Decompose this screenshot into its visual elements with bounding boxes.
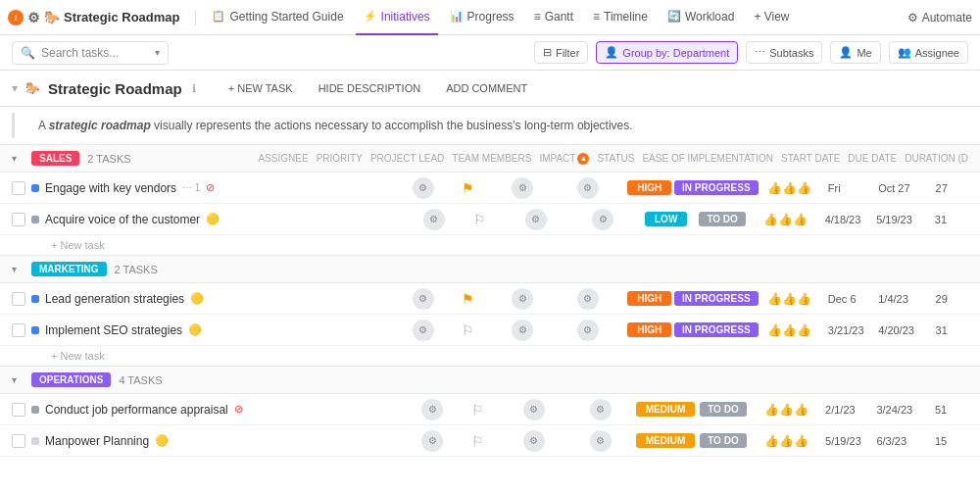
project-lead-avatar[interactable]: ⚙: [512, 177, 533, 199]
assignee-avatar[interactable]: ⚙: [414, 462, 435, 463]
assignee-avatar[interactable]: ⚙: [421, 399, 443, 420]
new-task-button[interactable]: + NEW TASK: [220, 78, 302, 98]
status-cell[interactable]: TO DO: [694, 212, 750, 226]
project-lead-cell[interactable]: ⚙: [492, 177, 554, 199]
task-row: Acquire voice of the customer 🟡 ⚙ ⚐ ⚙ ⚙ …: [0, 204, 980, 235]
filter-button[interactable]: ⊟ Filter: [534, 41, 588, 64]
assignee-cell[interactable]: ⚙: [412, 399, 454, 420]
group-tag-sales: SALES: [31, 151, 79, 166]
task-checkbox[interactable]: [12, 403, 25, 417]
task-checkbox[interactable]: [12, 181, 25, 195]
initiatives-icon: ⚡: [364, 10, 377, 23]
team-members-cell[interactable]: ⚙: [565, 399, 636, 420]
team-member-avatar[interactable]: ⚙: [577, 320, 599, 341]
group-sales[interactable]: SALES 2 TASKS ASSIGNEE PRIORITY PROJECT …: [0, 144, 980, 173]
project-lead-avatar[interactable]: ⚙: [525, 209, 547, 230]
priority-cell[interactable]: ⚐: [454, 402, 503, 418]
status-badge: IN PROGRESS: [674, 322, 758, 337]
subtasks-button[interactable]: ⋯ Subtasks: [746, 41, 822, 64]
task-checkbox[interactable]: [12, 292, 25, 306]
project-lead-cell[interactable]: ⚙: [492, 288, 554, 310]
priority-cell[interactable]: ⚑: [444, 291, 492, 307]
automate-button[interactable]: ⚙ Automate: [907, 11, 972, 25]
priority-cell[interactable]: ⚑: [444, 180, 492, 196]
add-comment-button[interactable]: ADD COMMENT: [437, 78, 536, 98]
project-lead-avatar[interactable]: ⚙: [512, 288, 533, 310]
assignee-cell[interactable]: ⚙: [404, 462, 445, 463]
team-members-cell[interactable]: ⚙: [554, 320, 622, 341]
team-member-avatar[interactable]: ⚙: [577, 288, 599, 310]
status-cell[interactable]: IN PROGRESS: [677, 322, 756, 337]
priority-cell[interactable]: ⚐: [455, 212, 504, 227]
project-lead-cell[interactable]: ⚙: [492, 320, 554, 341]
team-members-cell[interactable]: ⚙: [555, 462, 623, 463]
status-cell[interactable]: TO DO: [695, 433, 751, 448]
sales-col-start: START DATE: [781, 153, 840, 164]
task-row: Implement SEO strategies 🟡 ⚙ ⚐ ⚙ ⚙ HIGH …: [0, 315, 980, 346]
team-member-avatar[interactable]: ⚙: [577, 177, 599, 199]
group-operations[interactable]: OPERATIONS 4 TASKS: [0, 366, 980, 394]
team-members-cell[interactable]: ⚙: [554, 288, 622, 310]
project-lead-avatar[interactable]: ⚙: [514, 462, 535, 463]
assignee-avatar[interactable]: ⚙: [413, 288, 434, 310]
team-members-cell[interactable]: ⚙: [565, 430, 636, 452]
priority-cell[interactable]: ⚐: [454, 433, 503, 449]
team-member-avatar[interactable]: ⚙: [592, 209, 613, 230]
assignee-avatar[interactable]: ⚙: [413, 177, 434, 199]
tab-workload[interactable]: 🔄 Workload: [660, 0, 742, 35]
me-icon: 👤: [839, 46, 853, 59]
tab-gantt[interactable]: ≡ Gantt: [526, 0, 581, 35]
group-marketing[interactable]: MARKETING 2 TASKS: [0, 255, 980, 283]
assignee-cell[interactable]: ⚙: [412, 430, 454, 452]
assignee-avatar[interactable]: ⚙: [423, 209, 445, 230]
priority-cell[interactable]: ⚐: [444, 322, 492, 338]
project-lead-cell[interactable]: ⚙: [503, 430, 565, 452]
collapse-icon[interactable]: ▾: [12, 81, 18, 95]
task-checkbox[interactable]: [12, 213, 25, 226]
sales-col-impact[interactable]: IMPACT ▲: [539, 153, 589, 165]
tab-initiatives[interactable]: ⚡ Initiatives: [356, 0, 438, 35]
status-cell[interactable]: IN PROGRESS: [677, 291, 756, 306]
assignee-cell[interactable]: ⚙: [403, 320, 444, 341]
new-task-marketing[interactable]: + New task: [0, 346, 980, 366]
start-date-cell: 3/21/23: [824, 324, 874, 336]
project-lead-cell[interactable]: ⚙: [505, 209, 568, 230]
due-date-cell: 1/4/23: [874, 293, 931, 305]
task-checkbox[interactable]: [12, 434, 25, 448]
tab-getting-started[interactable]: 📋 Getting Started Guide: [204, 0, 351, 35]
group-by-button[interactable]: 👤 Group by: Department: [596, 41, 738, 64]
assignee-button[interactable]: 👥 Assignee: [889, 41, 968, 64]
workload-icon: 🔄: [667, 10, 681, 23]
hide-description-button[interactable]: HIDE DESCRIPTION: [310, 78, 430, 98]
task-checkbox[interactable]: [12, 323, 25, 337]
team-member-avatar[interactable]: ⚙: [590, 399, 612, 420]
tab-add-view[interactable]: + View: [746, 0, 797, 35]
search-input[interactable]: 🔍 Search tasks... ▾: [12, 41, 169, 65]
gear-icon[interactable]: ⚙: [27, 10, 40, 25]
assignee-avatar[interactable]: ⚙: [413, 320, 434, 341]
subtask-count[interactable]: ⋯ 1: [182, 182, 200, 193]
assignee-avatar[interactable]: ⚙: [421, 430, 443, 452]
tab-progress[interactable]: 📊 Progress: [442, 0, 522, 35]
task-name-cell: Engage with key vendors ⋯ 1 ⊘: [12, 181, 403, 195]
assignee-cell[interactable]: ⚙: [403, 177, 444, 199]
project-lead-cell[interactable]: ⚙: [503, 399, 565, 420]
priority-flag-icon: ⚐: [462, 322, 474, 338]
team-member-avatar[interactable]: ⚙: [590, 430, 612, 452]
toolbar: 🔍 Search tasks... ▾ ⊟ Filter 👤 Group by:…: [0, 35, 980, 71]
assignee-cell[interactable]: ⚙: [403, 288, 444, 310]
status-cell[interactable]: IN PROGRESS: [677, 180, 756, 195]
assignee-cell[interactable]: ⚙: [413, 209, 455, 230]
project-lead-cell[interactable]: ⚙: [493, 462, 555, 463]
me-button[interactable]: 👤 Me: [830, 41, 880, 64]
team-members-cell[interactable]: ⚙: [567, 209, 638, 230]
project-lead-avatar[interactable]: ⚙: [512, 320, 533, 341]
tab-timeline[interactable]: ≡ Timeline: [585, 0, 656, 35]
team-members-cell[interactable]: ⚙: [554, 177, 622, 199]
gantt-icon: ≡: [534, 10, 541, 24]
new-task-sales[interactable]: + New task: [0, 235, 980, 255]
status-cell[interactable]: TO DO: [695, 402, 751, 417]
team-member-avatar[interactable]: ⚙: [578, 462, 600, 463]
project-lead-avatar[interactable]: ⚙: [523, 399, 545, 420]
project-lead-avatar[interactable]: ⚙: [523, 430, 545, 452]
